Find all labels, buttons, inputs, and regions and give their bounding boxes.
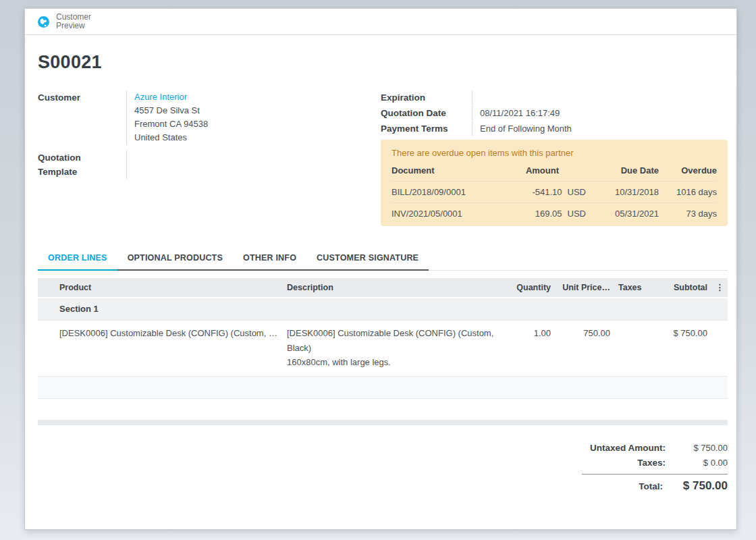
preview-topbar: Customer Preview (25, 9, 736, 35)
order-line-row[interactable]: [DESK0006] Customizable Desk (CONFIG) (C… (38, 321, 728, 377)
overdue-alert: There are overdue open items with this p… (381, 140, 728, 226)
overdue-currency: USD (568, 187, 586, 197)
field-expiration: Expiration (381, 90, 728, 105)
overdue-header-document: Document (392, 165, 498, 176)
overdue-table-header: Document Amount Due Date Overdue (392, 163, 717, 181)
overdue-document: BILL/2018/09/0001 (392, 187, 498, 197)
overdue-days: 73 days (659, 209, 717, 219)
total-label: Total: (582, 481, 663, 491)
untaxed-amount-row: Untaxed Amount: $ 750.00 (582, 443, 728, 453)
customer-address-line: 4557 De Silva St (134, 104, 381, 117)
tab-other-info[interactable]: OTHER INFO (233, 253, 306, 269)
total-row: Total: $ 750.00 (582, 474, 728, 493)
overdue-due-date: 05/31/2021 (586, 209, 659, 219)
taxes-row: Taxes: $ 0.00 (582, 458, 728, 468)
quotation-content: S00021 Customer Azure Interior 4557 De S… (25, 52, 736, 493)
overdue-alert-message: There are overdue open items with this p… (392, 148, 717, 159)
order-lines-table: Product Description Quantity Unit Price…… (38, 278, 728, 399)
customer-address-line: Fremont CA 94538 (134, 117, 381, 131)
customer-preview-tab[interactable]: Customer Preview (38, 13, 99, 30)
overdue-table: Document Amount Due Date Overdue BILL/20… (392, 163, 717, 224)
customer-address-line: United States (134, 131, 381, 144)
taxes-label: Taxes: (582, 458, 666, 468)
section-handle-cell (38, 298, 55, 320)
tab-order-lines[interactable]: ORDER LINES (38, 253, 117, 269)
expiration-value[interactable] (472, 90, 728, 105)
row-handle-cell[interactable] (38, 321, 55, 376)
overdue-row: BILL/2018/09/0001 -541.10 USD 10/31/2018… (392, 181, 717, 202)
overdue-row: INV/2021/05/0001 169.05 USD 05/31/2021 7… (392, 202, 717, 224)
tab-optional-products[interactable]: OPTIONAL PRODUCTS (117, 253, 233, 269)
customer-preview-label: Customer Preview (56, 13, 99, 30)
overdue-days: 1016 days (659, 187, 717, 197)
taxes-value: $ 0.00 (666, 458, 728, 468)
product-cell[interactable]: [DESK0006] Customizable Desk (CONFIG) (C… (55, 321, 283, 376)
subtotal-cell: $ 750.00 (648, 321, 711, 376)
unit-price-cell[interactable]: 750.00 (555, 321, 614, 376)
globe-icon (38, 16, 49, 28)
details-section: Customer Azure Interior 4557 De Silva St… (38, 90, 728, 226)
overdue-amount: -541.10 (532, 187, 562, 197)
quotation-template-value[interactable] (126, 151, 381, 179)
quotation-date-value[interactable]: 08/11/2021 16:17:49 (472, 106, 728, 120)
section-row[interactable]: Section 1 (38, 297, 728, 321)
unit-price-column-header[interactable]: Unit Price… (555, 278, 614, 297)
quotation-template-label: Quotation Template (38, 151, 126, 179)
tabstrip: ORDER LINES OPTIONAL PRODUCTS OTHER INFO… (38, 253, 429, 271)
expiration-label: Expiration (381, 90, 472, 105)
customer-label: Customer (38, 90, 126, 144)
overdue-currency: USD (568, 209, 586, 219)
description-cell[interactable]: [DESK0006] Customizable Desk (CONFIG) (C… (283, 321, 510, 376)
totals-section: Untaxed Amount: $ 750.00 Taxes: $ 0.00 T… (582, 443, 728, 493)
untaxed-amount-value: $ 750.00 (666, 443, 728, 453)
overdue-amount: 169.05 (535, 209, 562, 219)
overdue-header-amount: Amount (498, 165, 586, 176)
description-variant-text: 160x80cm, with large legs. (287, 355, 506, 370)
field-payment-terms: Payment Terms End of Following Month (381, 122, 728, 136)
quotation-date-label: Quotation Date (381, 106, 472, 120)
subtotal-column-header[interactable]: Subtotal (648, 278, 711, 297)
product-column-header[interactable]: Product (55, 278, 283, 297)
details-left-column: Customer Azure Interior 4557 De Silva St… (38, 90, 381, 179)
payment-terms-value[interactable]: End of Following Month (472, 122, 728, 136)
page-title: S00021 (38, 52, 728, 73)
description-text: [DESK0006] Customizable Desk (CONFIG) (C… (287, 326, 506, 355)
overdue-header-due-date: Due Date (586, 165, 659, 176)
field-quotation-date: Quotation Date 08/11/2021 16:17:49 (381, 106, 728, 120)
overdue-document: INV/2021/05/0001 (392, 209, 498, 219)
field-quotation-template: Quotation Template (38, 151, 381, 179)
details-right-column: Expiration Quotation Date 08/11/2021 16:… (381, 90, 728, 226)
payment-terms-label: Payment Terms (381, 122, 472, 136)
taxes-cell[interactable] (614, 321, 648, 376)
description-column-header[interactable]: Description (283, 278, 510, 297)
handle-column-header (38, 278, 55, 297)
tab-customer-signature[interactable]: CUSTOMER SIGNATURE (306, 253, 429, 269)
field-customer: Customer Azure Interior 4557 De Silva St… (38, 90, 381, 144)
section-title: Section 1 (55, 298, 283, 320)
taxes-column-header[interactable]: Taxes (614, 278, 648, 297)
overdue-due-date: 10/31/2018 (586, 187, 659, 197)
customer-name-link[interactable]: Azure Interior (134, 92, 187, 102)
table-footer-bar (38, 420, 728, 425)
add-line-row[interactable] (38, 377, 728, 399)
quantity-column-header[interactable]: Quantity (510, 278, 555, 297)
total-value: $ 750.00 (663, 479, 728, 493)
quantity-cell[interactable]: 1.00 (510, 321, 555, 376)
quotation-preview-card: Customer Preview S00021 Customer Azure I… (24, 8, 737, 530)
notebook-tabs: ORDER LINES OPTIONAL PRODUCTS OTHER INFO… (38, 253, 728, 271)
column-options-icon[interactable]: ⋮ (711, 278, 728, 297)
untaxed-amount-label: Untaxed Amount: (582, 443, 666, 453)
customer-value: Azure Interior 4557 De Silva St Fremont … (126, 90, 381, 144)
order-lines-header: Product Description Quantity Unit Price…… (38, 278, 728, 297)
overdue-header-overdue: Overdue (659, 165, 717, 176)
